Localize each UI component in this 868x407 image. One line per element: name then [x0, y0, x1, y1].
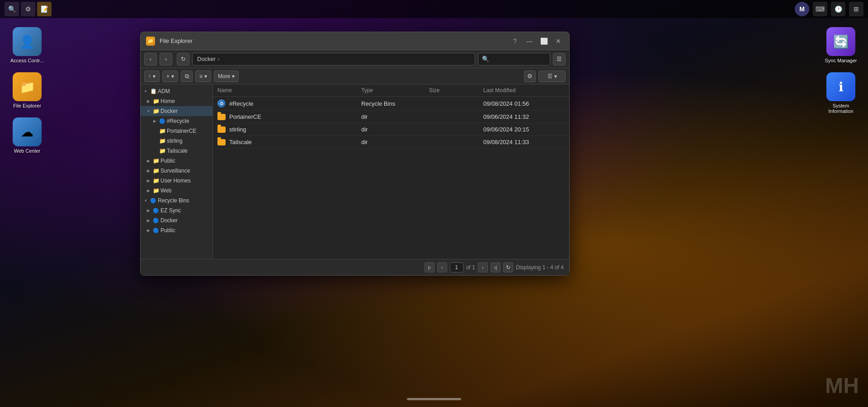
copy-button[interactable]: ⧉	[181, 70, 193, 82]
list-view-button[interactable]: ☰	[553, 53, 566, 65]
icon-web-center-label: Web Center	[14, 148, 41, 154]
taskbar-settings-icon[interactable]: ⚙	[21, 2, 35, 16]
displaying-text: Displaying 1 - 4 of 4	[516, 264, 564, 271]
back-button[interactable]: ‹	[144, 53, 157, 65]
taskbar-notes-icon[interactable]: 📝	[37, 2, 52, 16]
recycle-bins-icon: 🔵	[150, 197, 157, 204]
help-button[interactable]: ?	[509, 36, 520, 47]
page-number-input[interactable]: 1	[450, 262, 463, 272]
recycle-docker-icon: 🔵	[159, 117, 166, 125]
file-modified-recycle: 09/08/2024 01:56	[483, 100, 565, 107]
col-size-header: Size	[429, 87, 483, 94]
refresh-button[interactable]: ↻	[177, 53, 189, 65]
sidebar-item-adm[interactable]: ▾ 📋 ADM	[141, 86, 212, 96]
upload-button[interactable]: ↑ ▾	[144, 70, 160, 82]
recycle-bins-expand-icon: ▾	[142, 197, 149, 204]
ez-sync-icon: 🔵	[152, 207, 160, 214]
sidebar-item-public-label: Public	[160, 158, 175, 164]
sidebar-item-recycle-bins[interactable]: ▾ 🔵 Recycle Bins	[141, 196, 212, 206]
sidebar-item-surveillance[interactable]: ▶ 📁 Surveillance	[141, 166, 212, 176]
table-row[interactable]: PortainerCE dir 09/06/2024 11:32	[213, 111, 569, 123]
page-first-button[interactable]: |‹	[425, 262, 434, 272]
sidebar-item-stirling[interactable]: ▶ 📁 stirling	[141, 136, 212, 146]
sidebar-item-tailscale[interactable]: ▶ 📁 Tailscale	[141, 146, 212, 156]
sidebar-item-web[interactable]: ▶ 📁 Web	[141, 186, 212, 196]
icon-access-control-img: 👤	[13, 27, 42, 56]
taskbar-search-icon[interactable]: 🔍	[5, 2, 19, 16]
more-button[interactable]: More ▾	[214, 70, 239, 82]
list-view-icon: ☰	[547, 73, 552, 80]
sidebar-item-ez-sync[interactable]: ▶ 🔵 EZ Sync	[141, 206, 212, 215]
sidebar-item-docker[interactable]: ▾ 📁 Docker	[141, 106, 212, 116]
folder-tailscale-icon	[217, 139, 226, 145]
file-name-stirling: stirling	[217, 126, 361, 133]
add-button[interactable]: + ▾	[162, 70, 178, 82]
surveillance-expand-icon: ▶	[145, 168, 151, 174]
taskbar-top: 🔍 ⚙ 📝 M ⌨ 🕐 ⊞	[0, 0, 868, 18]
breadcrumb-separator: ›	[217, 56, 219, 62]
close-button[interactable]: ✕	[553, 36, 564, 47]
file-name-tailscale: Tailscale	[217, 139, 361, 145]
main-content: ▾ 📋 ADM ▶ 📁 Home ▾ 📁 Docker ▶ 🔵 #Recycle	[141, 84, 569, 259]
icon-system-info-label: System Information	[823, 103, 859, 114]
icon-sync-manager[interactable]: 🔄 Sync Manager	[823, 27, 859, 63]
file-type-recycle: Recycle Bins	[361, 100, 429, 107]
table-row[interactable]: stirling dir 09/06/2024 20:15	[213, 123, 569, 136]
icon-system-info[interactable]: ℹ System Information	[823, 72, 859, 114]
docker-recycle-icon: 🔵	[152, 217, 160, 224]
view-button[interactable]: ≡ ▾	[195, 70, 211, 82]
adm-folder-icon: 📋	[150, 88, 157, 95]
file-name-recycle: ♻ #Recycle	[217, 99, 361, 108]
upload-icon: ↑	[148, 73, 151, 80]
icon-file-explorer-label: File Explorer	[13, 103, 41, 108]
sidebar-item-public-recycle[interactable]: ▶ 🔵 Public	[141, 225, 212, 235]
forward-button[interactable]: ›	[160, 53, 172, 65]
page-last-button[interactable]: ›|	[491, 262, 500, 272]
taskbar-user-avatar[interactable]: M	[795, 2, 809, 16]
col-type-header: Type	[361, 87, 429, 94]
user-homes-folder-icon: 📁	[152, 177, 160, 184]
sidebar-item-docker-recycle-label: Docker	[160, 217, 178, 224]
sidebar-item-portainerCE[interactable]: ▶ 📁 PortainerCE	[141, 126, 212, 136]
icon-sync-manager-label: Sync Manager	[825, 58, 857, 63]
taskbar-clock-icon[interactable]: 🕐	[831, 2, 845, 16]
col-name-header: Name	[217, 87, 361, 94]
sidebar-item-user-homes[interactable]: ▶ 📁 User Homes	[141, 176, 212, 186]
minimize-button[interactable]: —	[524, 36, 535, 47]
table-row[interactable]: Tailscale dir 09/08/2024 11:33	[213, 136, 569, 149]
page-of-text: of 1	[466, 264, 475, 271]
sidebar-item-docker-recycle[interactable]: ▶ 🔵 Docker	[141, 215, 212, 225]
status-refresh-button[interactable]: ↻	[503, 262, 513, 272]
add-arrow: ▾	[171, 73, 174, 80]
sidebar-item-public[interactable]: ▶ 📁 Public	[141, 156, 212, 166]
page-prev-button[interactable]: ‹	[437, 262, 447, 272]
docker-expand-icon: ▾	[145, 108, 151, 114]
surveillance-folder-icon: 📁	[152, 167, 160, 174]
icon-web-center[interactable]: ☁ Web Center	[9, 117, 45, 154]
search-box[interactable]: 🔍	[478, 53, 550, 65]
sidebar: ▾ 📋 ADM ▶ 📁 Home ▾ 📁 Docker ▶ 🔵 #Recycle	[141, 84, 213, 259]
settings-button[interactable]: ⚙	[524, 70, 536, 82]
sidebar-item-surveillance-label: Surveillance	[160, 168, 190, 174]
sidebar-item-tailscale-label: Tailscale	[167, 148, 188, 154]
table-row[interactable]: ♻ #Recycle Recycle Bins 09/08/2024 01:56	[213, 97, 569, 111]
breadcrumb-bar[interactable]: Docker ›	[192, 53, 475, 65]
recycle-docker-expand-icon: ▶	[151, 118, 158, 124]
taskbar-keyboard-icon[interactable]: ⌨	[813, 2, 827, 16]
public-recycle-expand-icon: ▶	[145, 227, 151, 234]
list-view-toggle[interactable]: ☰ ▾	[538, 70, 566, 82]
upload-arrow: ▾	[153, 73, 156, 80]
file-modified-stirling: 09/06/2024 20:15	[483, 126, 565, 133]
sidebar-item-docker-label: Docker	[160, 108, 178, 114]
icon-file-explorer[interactable]: 📁 File Explorer	[9, 72, 45, 108]
page-next-button[interactable]: ›	[478, 262, 488, 272]
icon-access-control[interactable]: 👤 Access Contr...	[9, 27, 45, 63]
maximize-button[interactable]: ⬜	[538, 36, 549, 47]
sidebar-item-home[interactable]: ▶ 📁 Home	[141, 96, 212, 106]
icon-web-center-img: ☁	[13, 117, 42, 146]
file-list-header: Name Type Size Last Modified	[213, 84, 569, 97]
sidebar-item-recycle-docker[interactable]: ▶ 🔵 #Recycle	[141, 116, 212, 126]
desktop-icons-right: 🔄 Sync Manager ℹ System Information	[823, 27, 859, 114]
desktop-icons-left: 👤 Access Contr... 📁 File Explorer ☁ Web …	[9, 27, 45, 154]
taskbar-apps-icon[interactable]: ⊞	[849, 2, 863, 16]
